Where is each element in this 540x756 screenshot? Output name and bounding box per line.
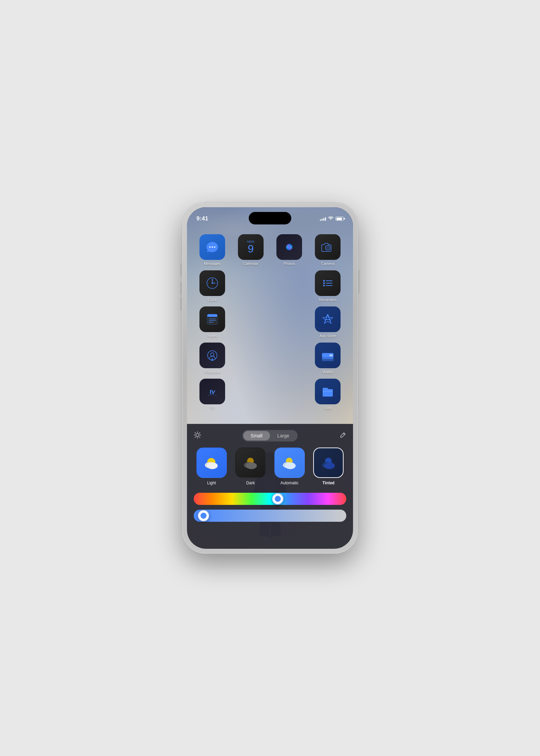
app-camera-wrap[interactable]: Camera — [309, 234, 346, 266]
svg-point-45 — [196, 433, 199, 436]
wifi-icon — [328, 216, 333, 221]
size-toggle-row: Small Large — [194, 430, 346, 441]
app-messages-label: Messages — [204, 262, 221, 266]
svg-text:9: 9 — [208, 282, 209, 284]
svg-point-63 — [285, 462, 296, 469]
svg-text:tv: tv — [210, 388, 215, 395]
brightness-slider-row — [194, 510, 346, 522]
app-files-icon[interactable] — [315, 379, 341, 404]
grid-empty-2 — [271, 270, 296, 296]
svg-rect-26 — [207, 314, 217, 317]
app-clock-icon[interactable]: 12 3 6 9 — [199, 270, 225, 296]
size-large-button[interactable]: Large — [270, 431, 297, 440]
app-appstore-wrap[interactable]: App Store — [309, 306, 346, 338]
app-camera-icon[interactable] — [315, 234, 341, 260]
phone-frame: 9:41 — [182, 202, 358, 554]
app-notes-icon[interactable] — [199, 306, 225, 332]
app-wallet-icon[interactable] — [315, 343, 341, 368]
app-photos-icon[interactable] — [276, 234, 302, 260]
app-files-wrap[interactable]: Files — [309, 379, 346, 410]
home-screen: Messages MON 9 Calendar — [187, 231, 353, 434]
svg-point-1 — [212, 246, 213, 248]
app-messages-wrap[interactable]: Messages — [194, 234, 231, 266]
theme-options: Light Dark — [194, 448, 346, 485]
grid-empty-5 — [232, 343, 258, 368]
size-toggle: Small Large — [242, 430, 298, 441]
grid-empty-4 — [271, 306, 296, 332]
theme-light-label: Light — [207, 481, 216, 485]
hue-slider-thumb[interactable] — [272, 493, 284, 505]
app-appstore-label: App Store — [320, 334, 336, 338]
svg-text:12: 12 — [212, 278, 213, 280]
theme-dark-weather — [236, 448, 265, 477]
app-photos-wrap[interactable]: Photos — [271, 234, 308, 266]
app-grid: Messages MON 9 Calendar — [194, 234, 346, 410]
app-tv-icon[interactable]: tv — [199, 379, 225, 404]
hue-slider-row — [194, 493, 346, 505]
app-calendar-wrap[interactable]: MON 9 Calendar — [232, 234, 269, 266]
grid-empty-3 — [232, 306, 258, 332]
app-appstore-icon[interactable] — [315, 306, 341, 332]
app-tv-wrap[interactable]: tv TV — [194, 379, 231, 410]
theme-auto-weather — [275, 448, 304, 477]
svg-point-10 — [326, 246, 329, 249]
app-photos-label: Photos — [284, 262, 295, 266]
app-reminders-wrap[interactable]: Reminders — [309, 270, 346, 302]
svg-line-54 — [343, 433, 345, 435]
app-clock-label: Clock — [208, 298, 217, 302]
dynamic-island — [249, 212, 291, 224]
app-messages-icon[interactable] — [199, 234, 225, 260]
bottom-panel: Small Large — [187, 424, 353, 549]
color-sliders — [194, 493, 346, 522]
theme-auto-option[interactable]: Automatic — [272, 448, 307, 485]
app-calendar-label: Calendar — [243, 262, 259, 266]
grid-empty-6 — [271, 343, 296, 368]
theme-tinted-weather — [314, 448, 343, 477]
svg-line-51 — [199, 437, 200, 437]
brightness-slider-thumb[interactable] — [198, 510, 209, 521]
theme-light-option[interactable]: Light — [194, 448, 230, 485]
grid-empty-8 — [271, 379, 296, 404]
app-notes-label: Notes — [208, 334, 217, 338]
svg-point-66 — [324, 462, 335, 469]
theme-tinted-option[interactable]: Tinted — [311, 448, 347, 485]
phone-screen: 9:41 — [187, 207, 353, 549]
size-small-button[interactable]: Small — [243, 431, 270, 440]
svg-text:3: 3 — [216, 282, 217, 284]
theme-dark-option[interactable]: Dark — [233, 448, 269, 485]
svg-rect-39 — [329, 354, 333, 356]
hue-slider-track[interactable] — [194, 493, 346, 505]
status-icons — [320, 216, 344, 221]
svg-point-19 — [323, 280, 325, 282]
svg-point-57 — [207, 462, 218, 469]
app-wallet-label: Wallet — [323, 370, 333, 374]
svg-line-52 — [199, 432, 200, 433]
grid-empty-1 — [232, 270, 258, 296]
theme-auto-label: Automatic — [280, 481, 298, 485]
app-wallet-wrap[interactable]: Wallet — [309, 343, 346, 374]
eyedropper-icon[interactable] — [340, 432, 346, 440]
svg-point-60 — [246, 462, 257, 469]
app-files-label: Files — [324, 406, 331, 410]
theme-tinted-preview[interactable] — [313, 448, 344, 478]
svg-line-50 — [195, 432, 196, 433]
status-time: 9:41 — [196, 215, 208, 222]
calendar-date: 9 — [248, 243, 254, 254]
theme-dark-preview[interactable] — [235, 448, 266, 478]
theme-light-preview[interactable] — [196, 448, 227, 478]
svg-point-2 — [214, 246, 215, 248]
app-podcasts-wrap[interactable]: Podcasts — [194, 343, 231, 374]
app-podcasts-icon[interactable] — [199, 343, 225, 368]
theme-light-weather — [197, 448, 226, 477]
app-reminders-label: Reminders — [319, 298, 336, 302]
app-camera-label: Camera — [321, 262, 334, 266]
app-calendar-icon[interactable]: MON 9 — [238, 234, 264, 260]
app-notes-wrap[interactable]: Notes — [194, 306, 231, 338]
app-clock-wrap[interactable]: 12 3 6 9 Clock — [194, 270, 231, 302]
theme-auto-preview[interactable] — [274, 448, 305, 478]
app-reminders-icon[interactable] — [315, 270, 341, 296]
brightness-icon — [194, 431, 201, 440]
svg-line-53 — [195, 437, 196, 437]
theme-dark-label: Dark — [246, 481, 255, 485]
brightness-slider-track[interactable] — [194, 510, 346, 522]
